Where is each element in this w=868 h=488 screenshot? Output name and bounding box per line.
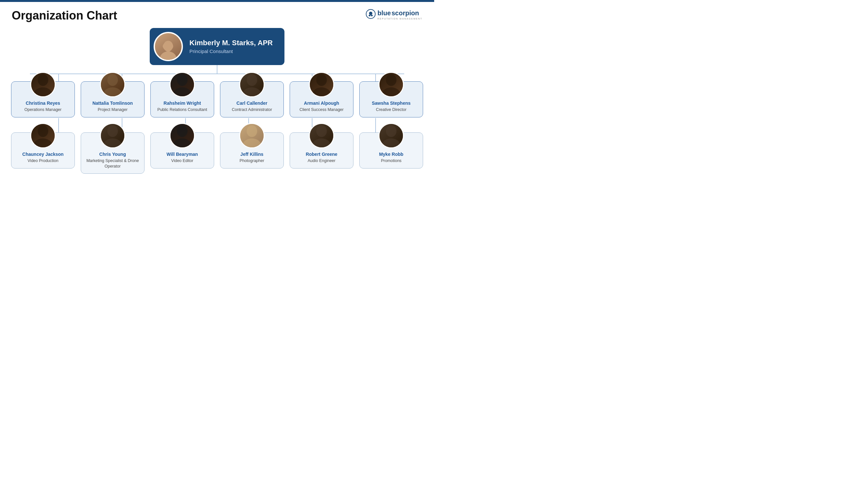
staff-name-l2-1: Chris Young — [99, 152, 126, 157]
level1-col-4: Armani Alpough Client Success Manager — [290, 82, 353, 118]
ceo-name: Kimberly M. Starks, APR — [189, 39, 273, 47]
staff-avatar-l2-0 — [30, 123, 56, 148]
level2-col-0: Chauncey Jackson Video Production — [11, 132, 75, 168]
page-title: Organization Chart — [12, 9, 117, 22]
level2-row: Chauncey Jackson Video Production Chris … — [11, 132, 423, 174]
svg-point-19 — [386, 74, 396, 86]
staff-avatar-l2-4 — [309, 123, 334, 148]
staff-role-l2-3: Photographer — [240, 158, 264, 163]
level2-col-2: Will Bearyman Video Editor — [150, 132, 214, 168]
ceo-title: Principal Consultant — [189, 48, 273, 54]
svg-point-7 — [107, 74, 118, 86]
staff-card-level2-1: Chris Young Marketing Specialist & Drone… — [81, 132, 145, 174]
level1-row: Christina Reyes Operations Manager Natta… — [11, 82, 423, 118]
svg-point-28 — [177, 125, 187, 137]
ul1 — [58, 118, 59, 125]
staff-name-5: Sawsha Stephens — [372, 100, 410, 106]
staff-role-l2-2: Video Editor — [171, 158, 193, 163]
level1-col-2: Rahsheim Wright Public Relations Consult… — [150, 82, 214, 118]
dl1 — [58, 74, 59, 82]
staff-name-3: Carl Callender — [237, 100, 268, 106]
staff-card-level2-3: Jeff Killins Photographer — [220, 132, 284, 168]
svg-point-2 — [160, 52, 177, 60]
ceo-card: Kimberly M. Starks, APR Principal Consul… — [150, 28, 284, 65]
svg-point-10 — [177, 74, 187, 86]
staff-role-l2-4: Audio Engineer — [308, 158, 335, 163]
staff-name-l2-2: Will Bearyman — [167, 152, 198, 157]
staff-card-level1-0: Christina Reyes Operations Manager — [11, 82, 75, 118]
staff-avatar-l2-2 — [169, 123, 195, 148]
staff-avatar-l2-3 — [239, 123, 265, 148]
ul2 — [122, 118, 122, 125]
staff-name-l2-5: Myke Robb — [379, 152, 404, 157]
staff-name-l2-0: Chauncey Jackson — [23, 152, 64, 157]
ul6 — [375, 118, 376, 125]
level2-col-1: Chris Young Marketing Specialist & Drone… — [81, 132, 145, 174]
company-logo: blue scorpion Reputation Management — [366, 9, 423, 20]
level2-downlines — [30, 125, 404, 132]
staff-card-level1-4: Armani Alpough Client Success Manager — [290, 82, 353, 118]
staff-card-level2-2: Will Bearyman Video Editor — [150, 132, 214, 168]
dl26 — [375, 125, 376, 132]
ceo-info: Kimberly M. Starks, APR Principal Consul… — [189, 39, 273, 54]
staff-card-level1-5: Sawsha Stephens Creative Director — [359, 82, 423, 118]
staff-role-4: Client Success Manager — [300, 107, 343, 112]
staff-avatar-l2-1 — [100, 123, 125, 148]
level1-col-0: Christina Reyes Operations Manager — [11, 82, 75, 118]
top-border-accent — [0, 0, 434, 2]
level1-col-5: Sawsha Stephens Creative Director — [359, 82, 423, 118]
svg-point-37 — [386, 125, 396, 137]
level1-col-3: Carl Callender Contract Administrator — [220, 82, 284, 118]
staff-role-l2-1: Marketing Specialist & Drone Operator — [84, 158, 141, 169]
staff-name-0: Christina Reyes — [26, 100, 60, 106]
logo-scorpion-icon — [366, 9, 376, 20]
svg-point-22 — [38, 125, 48, 137]
svg-point-31 — [247, 125, 257, 137]
staff-role-2: Public Relations Consultant — [157, 107, 207, 112]
ceo-row: Kimberly M. Starks, APR Principal Consul… — [150, 28, 284, 65]
org-chart: Kimberly M. Starks, APR Principal Consul… — [12, 28, 423, 174]
staff-role-3: Contract Administrator — [232, 107, 272, 112]
staff-avatar-2 — [169, 72, 195, 97]
staff-card-level2-4: Robert Greene Audio Engineer — [290, 132, 353, 168]
ceo-vconnector — [217, 65, 217, 73]
dl21 — [58, 125, 59, 132]
staff-role-5: Creative Director — [376, 107, 406, 112]
staff-role-l2-5: Promotions — [381, 158, 401, 163]
level2-col-5: Myke Robb Promotions — [359, 132, 423, 168]
level2-uplines — [30, 118, 404, 125]
ul5 — [312, 118, 312, 125]
staff-avatar-1 — [100, 72, 125, 97]
staff-role-1: Project Manager — [98, 107, 128, 112]
level1-downlines — [30, 74, 404, 82]
staff-name-2: Rahsheim Wright — [164, 100, 201, 106]
staff-card-level2-5: Myke Robb Promotions — [359, 132, 423, 168]
staff-role-l2-0: Video Production — [28, 158, 59, 163]
staff-name-4: Armani Alpough — [304, 100, 339, 106]
staff-avatar-3 — [239, 72, 265, 97]
level2-col-4: Robert Greene Audio Engineer — [290, 132, 353, 168]
ceo-avatar — [154, 32, 183, 61]
svg-point-16 — [316, 74, 327, 86]
staff-role-0: Operations Manager — [24, 107, 62, 112]
staff-avatar-4 — [309, 72, 334, 97]
logo-word-blue: blue — [377, 9, 391, 17]
level2-col-3: Jeff Killins Photographer — [220, 132, 284, 168]
staff-card-level2-0: Chauncey Jackson Video Production — [11, 132, 75, 168]
staff-card-level1-1: Nattalia Tomlinson Project Manager — [81, 82, 145, 118]
staff-avatar-l2-5 — [378, 123, 404, 148]
svg-point-13 — [247, 74, 257, 86]
logo-word-scorpion: scorpion — [392, 9, 419, 17]
staff-name-1: Nattalia Tomlinson — [92, 100, 133, 106]
staff-card-level1-2: Rahsheim Wright Public Relations Consult… — [150, 82, 214, 118]
staff-name-l2-3: Jeff Killins — [241, 152, 264, 157]
staff-card-level1-3: Carl Callender Contract Administrator — [220, 82, 284, 118]
svg-point-34 — [316, 125, 327, 137]
level1-col-1: Nattalia Tomlinson Project Manager — [81, 82, 145, 118]
page-header: Organization Chart blue scorpion Reputat… — [12, 9, 423, 22]
logo-subtitle: Reputation Management — [377, 18, 423, 20]
svg-point-4 — [38, 74, 48, 86]
staff-name-l2-4: Robert Greene — [306, 152, 337, 157]
staff-avatar-5 — [378, 72, 404, 97]
dl6 — [375, 74, 376, 82]
